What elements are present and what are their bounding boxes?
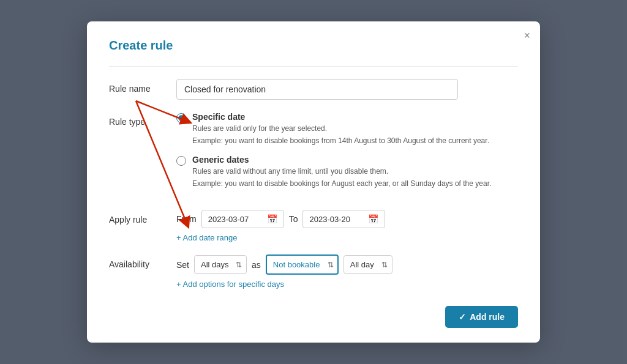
- from-date-wrap[interactable]: 📅: [201, 210, 284, 228]
- rule-type-content: Specific date Rules are valid only for t…: [176, 112, 518, 198]
- availability-label: Availability: [109, 254, 176, 269]
- availability-controls: Set All days ⇅ as Not bookable ⇅: [176, 254, 518, 275]
- apply-rule-row: Apply rule From 📅 To 📅 + Add date range: [109, 210, 518, 242]
- modal-overlay: Create rule × Rule name Rule type Specif…: [0, 0, 627, 364]
- specific-date-radio[interactable]: [176, 113, 186, 123]
- add-date-range-link[interactable]: + Add date range: [176, 233, 518, 242]
- specific-date-desc2: Example: you want to disable bookings fr…: [192, 135, 489, 146]
- generic-dates-radio[interactable]: [176, 156, 186, 166]
- to-date-wrap[interactable]: 📅: [302, 210, 385, 228]
- from-calendar-icon: 📅: [267, 214, 277, 224]
- set-label: Set: [176, 260, 189, 270]
- all-day-select-wrap: All day ⇅: [344, 255, 392, 274]
- not-bookable-select-wrap: Not bookable ⇅: [266, 254, 339, 275]
- from-date-input[interactable]: [208, 215, 263, 224]
- all-days-select-wrap: All days ⇅: [194, 255, 247, 274]
- all-day-select[interactable]: All day: [344, 255, 392, 274]
- modal-title: Create rule: [109, 39, 518, 53]
- checkmark-icon: ✓: [459, 312, 466, 322]
- rule-name-input[interactable]: [176, 79, 458, 100]
- availability-row: Availability Set All days ⇅ as Not booka…: [109, 254, 518, 289]
- date-range-row: From 📅 To 📅: [176, 210, 518, 228]
- generic-dates-desc2: Example: you want to disable bookings fo…: [192, 178, 491, 189]
- not-bookable-select[interactable]: Not bookable: [266, 254, 339, 275]
- add-rule-label: Add rule: [470, 312, 505, 322]
- generic-dates-desc1: Rules are valid without any time limit, …: [192, 166, 491, 177]
- to-label: To: [289, 214, 298, 224]
- modal-dialog: Create rule × Rule name Rule type Specif…: [87, 21, 540, 343]
- availability-content: Set All days ⇅ as Not bookable ⇅: [176, 254, 518, 289]
- specific-date-desc1: Rules are valid only for the year select…: [192, 123, 489, 134]
- rule-type-row: Rule type Specific date Rules are valid …: [109, 112, 518, 198]
- modal-footer: ✓ Add rule: [109, 306, 518, 328]
- as-label: as: [252, 260, 261, 270]
- rule-name-content: [176, 79, 518, 100]
- apply-rule-label: Apply rule: [109, 210, 176, 225]
- all-days-select[interactable]: All days: [194, 255, 247, 274]
- add-rule-button[interactable]: ✓ Add rule: [445, 306, 518, 328]
- rule-name-row: Rule name: [109, 79, 518, 100]
- add-options-link[interactable]: + Add options for specific days: [176, 280, 518, 289]
- title-divider: [109, 66, 518, 67]
- to-date-input[interactable]: [309, 215, 364, 224]
- to-calendar-icon: 📅: [368, 214, 378, 224]
- specific-date-option[interactable]: Specific date Rules are valid only for t…: [176, 112, 518, 146]
- apply-rule-content: From 📅 To 📅 + Add date range: [176, 210, 518, 242]
- specific-date-label: Specific date: [192, 112, 489, 122]
- generic-dates-option[interactable]: Generic dates Rules are valid without an…: [176, 155, 518, 189]
- from-label: From: [176, 214, 197, 224]
- rule-type-label: Rule type: [109, 112, 176, 127]
- close-button[interactable]: ×: [524, 30, 530, 41]
- rule-name-label: Rule name: [109, 79, 176, 94]
- generic-dates-label: Generic dates: [192, 155, 491, 165]
